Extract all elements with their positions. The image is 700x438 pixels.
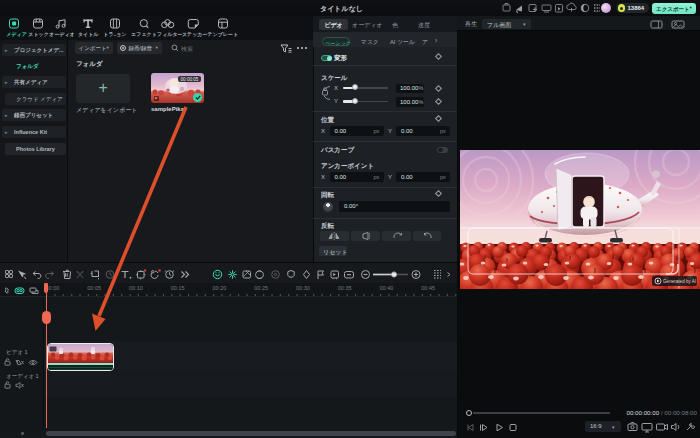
svg-text:Generated by AI: Generated by AI [663,279,696,284]
